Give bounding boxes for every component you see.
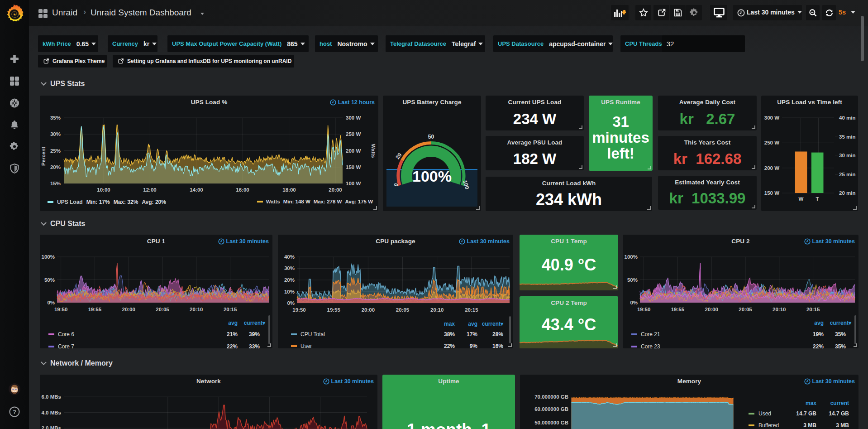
svg-text:20:10: 20:10 (773, 307, 786, 312)
svg-text:?: ? (13, 409, 16, 415)
svg-text:60.000000 GB: 60.000000 GB (534, 406, 568, 412)
svg-text:20:05: 20:05 (396, 307, 410, 313)
svg-text:100%: 100% (625, 254, 638, 260)
svg-text:30 min: 30 min (839, 153, 855, 158)
svg-text:20:10: 20:10 (430, 307, 444, 313)
svg-text:250 W: 250 W (764, 140, 779, 145)
svg-text:250 W: 250 W (346, 131, 361, 137)
svg-text:0%: 0% (47, 300, 55, 305)
svg-text:10:00: 10:00 (97, 187, 110, 193)
svg-text:20:15: 20:15 (465, 307, 478, 313)
svg-text:20:00: 20:00 (329, 187, 342, 193)
svg-text:35 min: 35 min (839, 134, 855, 140)
svg-text:200 W: 200 W (346, 148, 361, 154)
svg-text:2.0 MBs: 2.0 MBs (42, 425, 61, 429)
svg-text:0%: 0% (630, 300, 638, 305)
svg-text:200 W: 200 W (764, 165, 779, 171)
svg-text:35%: 35% (50, 115, 61, 121)
svg-text:6.0 MBs: 6.0 MBs (42, 394, 61, 400)
svg-text:19:50: 19:50 (637, 307, 650, 312)
svg-text:20:05: 20:05 (739, 307, 752, 312)
svg-text:25%: 25% (50, 148, 61, 154)
svg-text:100%: 100% (42, 254, 55, 260)
svg-text:19:55: 19:55 (671, 307, 685, 312)
svg-text:20:10: 20:10 (190, 307, 203, 312)
svg-text:150 W: 150 W (764, 190, 779, 196)
svg-text:10%: 10% (284, 289, 295, 294)
svg-text:Watts: Watts (371, 144, 376, 158)
svg-text:20:00: 20:00 (362, 307, 375, 313)
svg-text:20:05: 20:05 (156, 307, 169, 312)
svg-text:25 min: 25 min (839, 172, 855, 177)
svg-text:300 W: 300 W (764, 115, 779, 121)
svg-text:40%: 40% (284, 254, 295, 260)
svg-text:50%: 50% (627, 277, 638, 283)
svg-text:20:00: 20:00 (705, 307, 718, 312)
svg-text:20:15: 20:15 (224, 307, 237, 312)
svg-text:19:50: 19:50 (292, 307, 305, 313)
svg-text:20:15: 20:15 (806, 307, 820, 312)
svg-text:70.000000 GB: 70.000000 GB (534, 394, 568, 400)
svg-text:20:00: 20:00 (122, 307, 135, 312)
svg-text:15%: 15% (50, 181, 61, 186)
svg-text:30%: 30% (284, 265, 295, 271)
svg-text:16:00: 16:00 (236, 187, 249, 193)
svg-text:20%: 20% (50, 164, 61, 170)
svg-text:50.000000 GB: 50.000000 GB (534, 420, 568, 425)
svg-text:20 min: 20 min (839, 190, 855, 196)
svg-text:0%: 0% (287, 300, 295, 306)
svg-text:4.0 MBs: 4.0 MBs (42, 410, 61, 415)
svg-text:14:00: 14:00 (190, 187, 203, 193)
svg-text:300 W: 300 W (346, 115, 361, 121)
svg-text:12:00: 12:00 (143, 187, 156, 193)
svg-text:50: 50 (428, 134, 434, 140)
svg-text:30%: 30% (50, 131, 61, 137)
svg-text:100 W: 100 W (346, 181, 361, 186)
svg-text:19:50: 19:50 (54, 307, 67, 312)
svg-text:Percent: Percent (41, 147, 46, 166)
svg-text:40 min: 40 min (839, 115, 855, 121)
svg-text:50%: 50% (44, 277, 55, 283)
svg-text:20%: 20% (284, 277, 295, 283)
svg-text:W: W (799, 196, 804, 202)
svg-text:T: T (816, 196, 819, 202)
svg-text:19:55: 19:55 (88, 307, 102, 312)
svg-text:18:00: 18:00 (282, 187, 296, 193)
svg-text:150 W: 150 W (346, 164, 361, 170)
svg-text:19:55: 19:55 (327, 307, 340, 313)
